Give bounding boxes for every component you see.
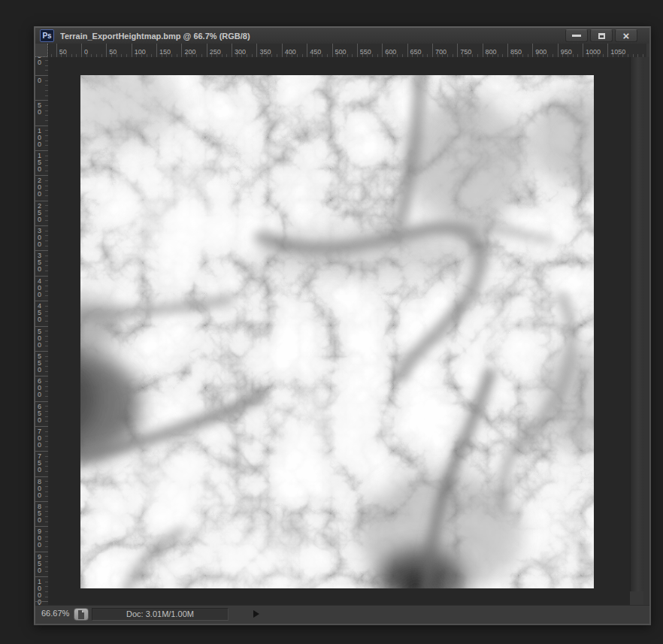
ruler-major-tick: 550 [35,351,48,373]
ruler-tick-label: 750 [35,452,44,473]
heightmap-document-canvas[interactable] [80,75,594,588]
ruler-major-tick: 200 [181,44,195,57]
ruler-major-tick: 450 [35,301,48,323]
ruler-major-tick: 400 [282,44,296,57]
ruler-tick-label: 800 [35,477,44,499]
ruler-tick-label: 850 [510,48,522,56]
ruler-tick-label: 150 [159,48,171,56]
ruler-tick-label: 600 [35,376,44,398]
ruler-tick-label: 650 [35,402,44,424]
ruler-tick-label: 700 [35,427,44,449]
ruler-major-tick: 250 [35,201,48,223]
status-bar: 66.67% Doc: 3.01M/1.00M [35,605,649,624]
canvas-pasteboard [48,57,630,605]
ruler-tick-label: 900 [535,48,546,56]
ruler-major-tick: 950 [35,552,48,574]
ruler-tick-label: 1000 [586,48,601,56]
ruler-tick-label: 100 [35,126,44,148]
ruler-major-tick: 150 [156,44,171,57]
ruler-tick-label: 0 [35,76,44,84]
ruler-major-tick: 350 [256,44,271,57]
ruler-tick-label: 400 [35,277,44,298]
ruler-major-tick: 1000 [35,576,48,605]
ruler-tick-label: 250 [35,201,44,223]
ruler-tick-label: 400 [285,48,296,56]
ruler-tick-label: 550 [35,352,44,373]
ruler-tick-label: 50 [109,48,117,56]
ruler-tick-label: 150 [35,151,44,173]
ruler-major-tick: 800 [483,44,497,57]
ruler-major-tick: 400 [35,276,48,298]
close-button[interactable]: × [615,29,637,42]
ruler-major-tick: 50 [106,44,117,57]
ruler-tick-label: 1050 [610,48,625,56]
ruler-major-tick: 750 [35,451,48,473]
ruler-major-tick: 600 [35,376,48,398]
ruler-major-tick: 500 [332,44,347,57]
vertical-scrollbar-track[interactable] [630,57,644,591]
ruler-tick-label: 100 [135,48,146,56]
window-title: Terrain_ExportHeightmap.bmp @ 66.7% (RGB… [60,32,250,41]
ruler-major-tick: 0 [81,44,88,57]
close-icon: × [623,30,630,41]
maximize-icon [598,33,605,39]
zoom-level-field[interactable]: 66.67% [41,609,69,618]
ruler-tick-label: 500 [335,48,347,56]
ruler-major-tick: 250 [207,44,221,57]
ruler-major-tick: 650 [407,44,422,57]
ruler-tick-label: 950 [35,552,44,574]
ruler-major-tick: 100 [132,44,146,57]
window-content: Ps Terrain_ExportHeightmap.bmp @ 66.7% (… [35,28,649,624]
ruler-major-tick: 150 [35,150,48,173]
ruler-major-tick: 850 [35,501,48,524]
ruler-major-tick: 1000 [583,44,601,57]
ruler-major-tick: 650 [35,401,48,424]
ruler-origin-box[interactable] [35,44,48,57]
ruler-tick-label: 850 [35,502,44,524]
ruler-major-tick: 900 [532,44,546,57]
ruler-tick-label: 750 [460,48,471,56]
ruler-major-tick: 50 [35,100,48,116]
doc-preview-button[interactable] [74,608,89,621]
ruler-tick-label: 600 [385,48,396,56]
ruler-tick-label: 450 [310,48,321,56]
document-size-field[interactable]: Doc: 3.01M/1.00M [92,608,229,621]
ruler-major-tick: 1050 [607,44,625,57]
ruler-major-tick: 900 [35,526,48,549]
ruler-major-tick: 700 [35,426,48,449]
window-edge-strip [643,57,649,605]
ruler-tick-label: 300 [235,48,246,56]
minimize-icon [572,35,581,37]
ruler-tick-label: 900 [35,527,44,549]
ruler-tick-label: 50 [35,101,44,116]
ruler-major-tick: 750 [457,44,471,57]
window-titlebar[interactable]: Ps Terrain_ExportHeightmap.bmp @ 66.7% (… [35,28,649,44]
ruler-major-tick: 700 [432,44,447,57]
ruler-tick-label: 950 [561,48,572,56]
ruler-major-tick: 300 [35,225,48,248]
photoshop-app-icon: Ps [40,29,54,42]
ruler-tick-label: 0 [84,48,88,56]
ruler-tick-label: 300 [35,226,44,248]
ruler-tick-label: 350 [259,48,271,56]
status-popup-arrow-icon[interactable] [253,610,259,618]
ruler-major-tick: 200 [35,175,48,198]
ruler-tick-label: 800 [486,48,497,56]
ruler-tick-label: 50 [59,48,67,56]
vertical-ruler[interactable]: 5005010015020025030035040045050055060065… [35,44,49,605]
horizontal-ruler[interactable]: 5005010015020025030035040045050055060065… [35,44,646,58]
ruler-major-tick: 500 [35,326,48,349]
ruler-major-tick: 350 [35,250,48,273]
ruler-tick-label: 200 [184,48,195,56]
ruler-tick-label: 700 [435,48,447,56]
window-controls: × [565,29,637,42]
ruler-major-tick: 950 [558,44,572,57]
ruler-tick-label: 250 [210,48,221,56]
minimize-button[interactable] [565,29,588,42]
ruler-tick-label: 350 [35,251,44,273]
ruler-tick-label: 450 [35,301,44,323]
ruler-major-tick: 600 [382,44,396,57]
ruler-major-tick: 850 [507,44,522,57]
ruler-tick-label: 200 [35,176,44,198]
maximize-button[interactable] [590,29,613,42]
